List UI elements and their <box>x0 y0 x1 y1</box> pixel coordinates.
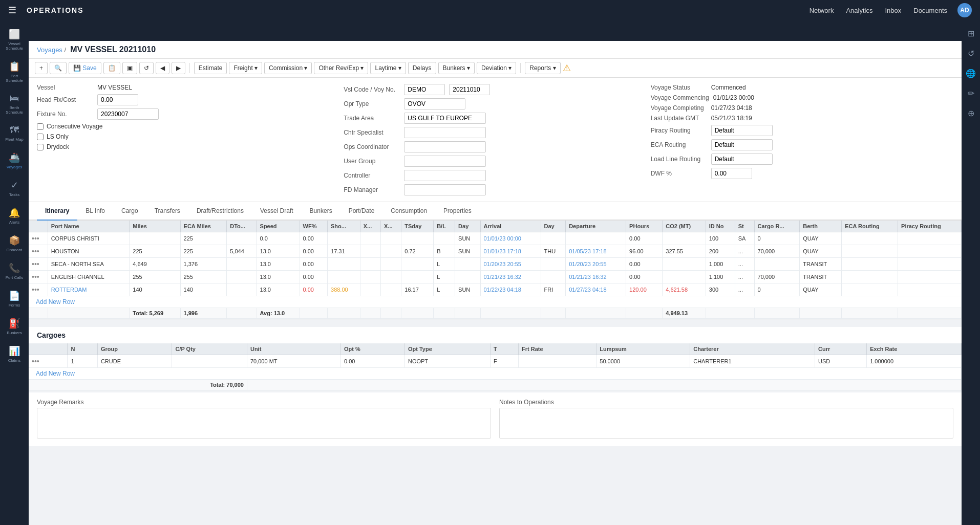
form-col-2: Vsl Code / Voy No. Opr Type Trade Area C… <box>344 84 646 195</box>
chtr-specialist-input[interactable] <box>404 127 486 138</box>
row-menu-3[interactable]: ••• <box>32 260 39 268</box>
breadcrumb-parent[interactable]: Voyages <box>37 46 62 54</box>
fd-manager-input[interactable] <box>404 184 486 195</box>
right-sidebar-refresh[interactable]: ↺ <box>964 45 978 62</box>
sidebar-item-vessel-schedule[interactable]: ⬜ VesselSchedule <box>0 25 29 55</box>
estimate-button[interactable]: Estimate <box>194 62 227 74</box>
nav-inbox[interactable]: Inbox <box>885 7 901 14</box>
tab-properties[interactable]: Properties <box>435 202 480 221</box>
right-sidebar-grid[interactable]: ⊞ <box>964 25 978 42</box>
sidebar-item-berth-schedule[interactable]: 🛏 BerthSchedule <box>0 89 29 119</box>
col-sho: Sho... <box>328 221 360 232</box>
vsl-code-input[interactable] <box>404 84 445 95</box>
avatar[interactable]: AD <box>957 3 972 17</box>
itinerary-table-container: Port Name Miles ECA Miles DTo... Speed W… <box>29 221 962 319</box>
other-rev-exp-button[interactable]: Other Rev/Exp ▾ <box>314 62 368 74</box>
nav-network[interactable]: Network <box>809 7 834 14</box>
dwf-pct-input[interactable] <box>711 168 752 179</box>
voyages-icon: 🚢 <box>9 152 20 163</box>
trade-area-input[interactable] <box>404 113 486 124</box>
sidebar-label-port-schedule: PortSchedule <box>6 74 23 83</box>
alert-icon[interactable]: ⚠ <box>563 62 571 74</box>
hamburger-icon[interactable]: ☰ <box>8 5 16 16</box>
sidebar-item-bunkers[interactable]: ⛽ Bunkers <box>0 314 29 339</box>
voyage-remarks-textarea[interactable] <box>37 408 491 439</box>
tab-transfers[interactable]: Transfers <box>146 202 188 221</box>
right-sidebar-expand[interactable]: ⊕ <box>964 104 978 122</box>
tab-draft-restrictions[interactable]: Draft/Restrictions <box>188 202 252 221</box>
deviation-button[interactable]: Deviation ▾ <box>477 62 516 74</box>
drydock-checkbox[interactable] <box>37 144 44 150</box>
sidebar-item-alerts[interactable]: 🔔 Alerts <box>0 203 29 229</box>
cargo-col-cp-qty: C/P Qty <box>172 343 247 355</box>
row-menu-1[interactable]: ••• <box>32 234 39 243</box>
laytime-button[interactable]: Laytime ▾ <box>370 62 406 74</box>
tab-vessel-draft[interactable]: Vessel Draft <box>252 202 302 221</box>
piracy-routing-input[interactable] <box>711 125 773 136</box>
add-button[interactable]: + <box>35 62 48 74</box>
next-button[interactable]: ▶ <box>172 62 185 74</box>
vessel-label: Vessel <box>37 84 93 91</box>
row-menu-5[interactable]: ••• <box>32 286 39 294</box>
col-phours: PHours <box>626 221 663 232</box>
col-arr-day: Day <box>455 221 480 232</box>
delays-button[interactable]: Delays <box>408 62 436 74</box>
head-fix-cost-input[interactable] <box>97 94 138 105</box>
tab-cargo[interactable]: Cargo <box>113 202 146 221</box>
sidebar-item-onboard[interactable]: 📦 Onboard <box>0 231 29 256</box>
tab-itinerary[interactable]: Itinerary <box>37 202 77 221</box>
remarks-section: Voyage Remarks Notes to Operations <box>29 392 962 446</box>
bunkers-button[interactable]: Bunkers ▾ <box>438 62 475 74</box>
freight-button[interactable]: Freight ▾ <box>229 62 262 74</box>
user-group-input[interactable] <box>404 156 486 167</box>
sidebar-item-port-calls[interactable]: 📞 Port Calls <box>0 258 29 284</box>
sidebar-item-port-schedule[interactable]: 📋 PortSchedule <box>0 57 29 87</box>
prev-button[interactable]: ◀ <box>156 62 169 74</box>
nav-items: Network Analytics Inbox Documents <box>809 7 947 14</box>
commission-button[interactable]: Commission ▾ <box>264 62 312 74</box>
save-button[interactable]: 💾 Save <box>69 62 101 74</box>
sidebar-item-voyages[interactable]: 🚢 Voyages <box>0 148 29 173</box>
sidebar-item-claims[interactable]: 📊 Claims <box>0 341 29 367</box>
nav-documents[interactable]: Documents <box>913 7 947 14</box>
voy-no-input[interactable] <box>449 84 490 95</box>
toolbar-separator-2 <box>520 63 521 73</box>
copy-button[interactable]: 📋 <box>103 62 120 74</box>
notes-to-ops-textarea[interactable] <box>499 408 953 439</box>
right-sidebar-edit[interactable]: ✏ <box>964 84 978 102</box>
ops-coordinator-input[interactable] <box>404 141 486 152</box>
load-line-routing-input[interactable] <box>711 154 773 165</box>
fixture-no-input[interactable] <box>97 108 159 120</box>
cargo-row-menu-1[interactable]: ••• <box>32 357 39 365</box>
form-col-1: Vessel MV VESSEL Head Fix/Cost Fixture N… <box>37 84 339 195</box>
reports-button[interactable]: Reports ▾ <box>525 62 560 74</box>
sidebar-label-bunkers: Bunkers <box>7 331 22 335</box>
consecutive-voyage-checkbox[interactable] <box>37 123 44 130</box>
ls-only-checkbox[interactable] <box>37 134 44 140</box>
add-new-row-itinerary-link[interactable]: Add New Row <box>32 296 79 308</box>
tab-bunkers[interactable]: Bunkers <box>302 202 340 221</box>
sidebar-label-berth-schedule: BerthSchedule <box>6 105 23 115</box>
sidebar-label-tasks: Tasks <box>9 192 19 197</box>
refresh-button[interactable]: ↺ <box>139 62 154 74</box>
tab-consumption[interactable]: Consumption <box>382 202 435 221</box>
tab-port-date[interactable]: Port/Date <box>340 202 383 221</box>
voyage-completing-value: 01/27/23 04:18 <box>711 104 773 112</box>
cargo-col-curr: Curr <box>815 343 867 355</box>
sidebar-item-fleet-map[interactable]: 🗺 Fleet Map <box>0 121 29 146</box>
horizontal-scrollbar[interactable] <box>29 319 962 325</box>
row-menu-4[interactable]: ••• <box>32 273 39 281</box>
search-button[interactable]: 🔍 <box>50 62 67 74</box>
tab-bl-info[interactable]: BL Info <box>77 202 113 221</box>
right-sidebar-globe[interactable]: 🌐 <box>962 64 980 82</box>
nav-analytics[interactable]: Analytics <box>846 7 872 14</box>
eca-routing-input[interactable] <box>711 139 773 150</box>
row-menu-2[interactable]: ••• <box>32 247 39 255</box>
archive-button[interactable]: ▣ <box>122 62 137 74</box>
opr-type-input[interactable] <box>404 98 465 110</box>
sidebar-item-forms[interactable]: 📄 Forms <box>0 286 29 312</box>
add-new-row-cargo-link[interactable]: Add New Row <box>32 368 79 379</box>
controller-input[interactable] <box>404 170 486 181</box>
controller-row: Controller <box>344 170 646 181</box>
sidebar-item-tasks[interactable]: ✓ Tasks <box>0 176 29 201</box>
